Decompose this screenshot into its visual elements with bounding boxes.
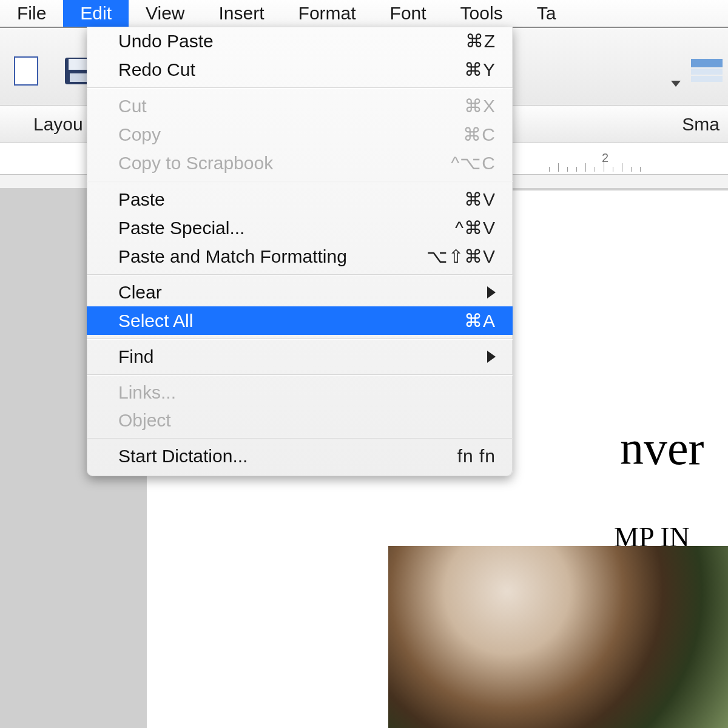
menu-item-undo-paste[interactable]: Undo Paste ⌘Z [87, 27, 513, 55]
menu-item-label: Undo Paste [118, 31, 465, 52]
menu-item-label: Object [118, 410, 496, 431]
menu-item-shortcut: ⌘Y [464, 59, 496, 80]
menu-item-shortcut: ^⌥C [451, 152, 496, 174]
menu-item-label: Copy to Scrapbook [118, 153, 451, 174]
menu-font[interactable]: Font [373, 0, 443, 27]
menu-item-shortcut: ⌘Z [465, 30, 496, 52]
menu-separator [87, 438, 513, 439]
menu-item-shortcut: ^⌘V [455, 217, 496, 238]
menu-item-shortcut: ⌘C [463, 124, 496, 145]
menu-item-shortcut: ⌘V [464, 189, 496, 210]
menu-separator [87, 339, 513, 339]
menu-file[interactable]: File [0, 0, 63, 27]
ruler-number: 2 [602, 151, 608, 165]
svg-rect-9 [691, 76, 723, 82]
menu-tools[interactable]: Tools [443, 0, 520, 27]
menu-bar: File Edit View Insert Format Font Tools … [0, 0, 728, 27]
toolbar-dropdown-arrow[interactable] [671, 81, 681, 87]
menu-item-label: Paste and Match Formatting [118, 246, 426, 267]
svg-rect-3 [70, 73, 87, 82]
menu-item-label: Find [118, 346, 487, 367]
menu-item-cut: Cut ⌘X [87, 92, 513, 120]
menu-item-label: Select All [118, 311, 464, 331]
document-icon [12, 56, 40, 86]
menu-item-shortcut: ⌥⇧⌘V [426, 246, 496, 267]
menu-insert[interactable]: Insert [202, 0, 281, 27]
toolbar-button-partial-left[interactable] [5, 50, 47, 92]
menu-item-paste-special[interactable]: Paste Special... ^⌘V [87, 214, 513, 242]
menu-item-start-dictation[interactable]: Start Dictation... fn fn [87, 442, 513, 470]
menu-format[interactable]: Format [281, 0, 373, 27]
menu-item-label: Cut [118, 96, 464, 116]
menu-item-label: Clear [118, 282, 487, 303]
menu-item-label: Paste Special... [118, 218, 455, 238]
subtab-smart[interactable]: Sma [649, 110, 728, 138]
chevron-right-icon [487, 286, 496, 298]
chevron-right-icon [487, 351, 496, 363]
menu-edit[interactable]: Edit [63, 0, 129, 27]
menu-item-redo-cut[interactable]: Redo Cut ⌘Y [87, 55, 513, 84]
menu-view[interactable]: View [129, 0, 201, 27]
menu-separator [87, 181, 513, 181]
menu-item-label: Copy [118, 124, 463, 145]
toolbar-button-right[interactable] [686, 50, 728, 92]
menu-table-partial[interactable]: Ta [520, 0, 561, 27]
menu-separator [87, 87, 513, 88]
menu-separator [87, 374, 513, 375]
svg-rect-8 [691, 69, 723, 75]
menu-item-object: Object [87, 406, 513, 434]
menu-item-shortcut: fn fn [457, 446, 496, 467]
document-image[interactable] [388, 546, 728, 728]
menu-item-label: Links... [118, 382, 496, 403]
menu-item-clear[interactable]: Clear [87, 278, 513, 306]
grid-icon [689, 55, 725, 87]
menu-item-copy-to-scrapbook: Copy to Scrapbook ^⌥C [87, 149, 513, 177]
menu-item-shortcut: ⌘X [464, 95, 496, 116]
document-text-fragment-large: nver [620, 421, 704, 476]
menu-item-paste-match-formatting[interactable]: Paste and Match Formatting ⌥⇧⌘V [87, 242, 513, 271]
menu-item-label: Redo Cut [118, 59, 464, 80]
menu-item-select-all[interactable]: Select All ⌘A [87, 306, 513, 335]
menu-item-shortcut: ⌘A [464, 310, 496, 331]
menu-item-links: Links... [87, 379, 513, 406]
menu-item-paste[interactable]: Paste ⌘V [87, 185, 513, 214]
menu-item-label: Start Dictation... [118, 446, 457, 467]
svg-rect-7 [691, 59, 723, 67]
menu-item-copy: Copy ⌘C [87, 120, 513, 149]
menu-separator [87, 274, 513, 275]
menu-item-find[interactable]: Find [87, 343, 513, 371]
svg-rect-2 [69, 59, 88, 70]
menu-item-label: Paste [118, 189, 464, 210]
svg-rect-0 [15, 57, 38, 85]
edit-dropdown: Undo Paste ⌘Z Redo Cut ⌘Y Cut ⌘X Copy ⌘C… [87, 27, 513, 476]
